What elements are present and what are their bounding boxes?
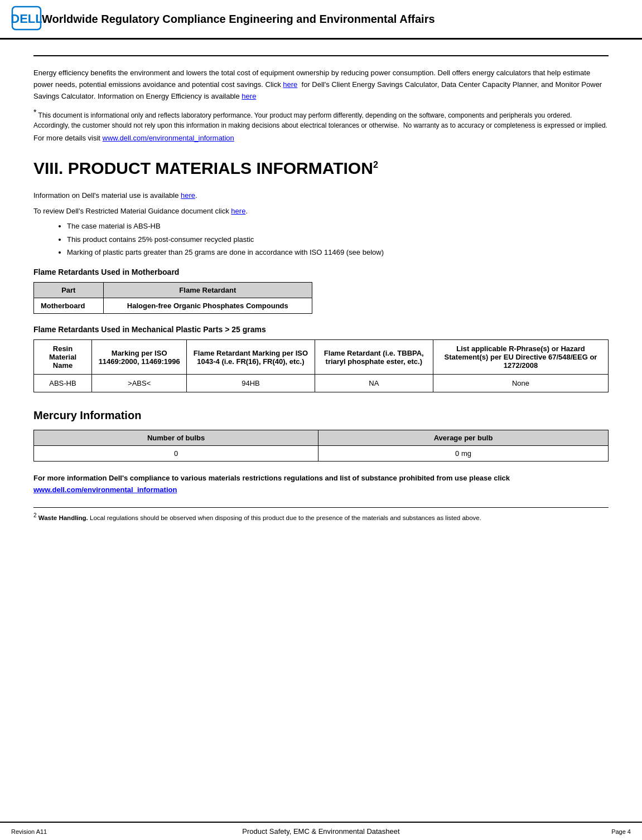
flame-retardant-value: NA — [315, 375, 433, 392]
page-number: Page 4 — [564, 828, 631, 835]
page-footer: Revision A11 Product Safety, EMC & Envir… — [0, 822, 642, 840]
info-line1: Information on Dell's material use is av… — [33, 189, 609, 202]
table1-col2-header: Flame Retardant — [103, 283, 312, 298]
mercury-table: Number of bulbs Average per bulb 0 0 mg — [33, 430, 609, 462]
motherboard-flame-retardant: Halogen-free Organic Phosphates Compound… — [103, 298, 312, 314]
table1-col1-header: Part — [34, 283, 104, 298]
header-title: Worldwide Regulatory Compliance Engineer… — [42, 13, 435, 26]
page-header: DELL Worldwide Regulatory Compliance Eng… — [0, 0, 642, 40]
resin-name: ABS-HB — [34, 375, 92, 392]
intro-paragraph: Energy efficiency benefits the environme… — [33, 67, 609, 102]
number-of-bulbs: 0 — [34, 446, 318, 462]
dell-logo: DELL — [11, 6, 42, 32]
table-row: ABS-HB >ABS< 94HB NA None — [34, 375, 609, 392]
environmental-link-1[interactable]: www.dell.com/environmental_information — [103, 134, 234, 142]
footnote-2-text: 2 Waste Handling. Local regulations shou… — [33, 511, 609, 523]
mercury-col2-header: Average per bulb — [318, 430, 609, 446]
marking-iso: >ABS< — [91, 375, 186, 392]
list-applicable: None — [433, 375, 609, 392]
mercury-heading: Mercury Information — [33, 409, 609, 422]
info-line2: To review Dell's Restricted Material Gui… — [33, 205, 609, 217]
revision-label: Revision A11 — [11, 828, 78, 835]
bullet-item-3: Marking of plastic parts greater than 25… — [67, 246, 609, 259]
footnote-2-section: 2 Waste Handling. Local regulations shou… — [33, 507, 609, 523]
bullet-item-1: The case material is ABS-HB — [67, 220, 609, 232]
svg-text:DELL: DELL — [11, 12, 42, 26]
visit-text: For more details visit www.dell.com/envi… — [33, 134, 609, 142]
waste-handling-label: Waste Handling. — [38, 514, 88, 521]
average-per-bulb: 0 mg — [318, 446, 609, 462]
bottom-bold-paragraph: For more information Dell's compliance t… — [33, 473, 609, 496]
mech-col5-header: List applicable R-Phrase(s) or Hazard St… — [433, 340, 609, 375]
here-link-3[interactable]: here — [181, 191, 195, 200]
asterisk-footnote: * This document is informational only an… — [33, 106, 609, 130]
footnote-2-content: Local regulations should be observed whe… — [90, 514, 481, 521]
environmental-link-2[interactable]: www.dell.com/environmental_information — [33, 485, 177, 494]
header-divider — [33, 55, 609, 56]
here-link-1[interactable]: here — [283, 80, 297, 89]
here-link-4[interactable]: here — [231, 207, 245, 215]
mech-col4-header: Flame Retardant (i.e. TBBPA, triaryl pho… — [315, 340, 433, 375]
motherboard-part: Motherboard — [34, 298, 104, 314]
table-row: Motherboard Halogen-free Organic Phospha… — [34, 298, 312, 314]
mercury-col1-header: Number of bulbs — [34, 430, 318, 446]
mech-col1-header: Resin Material Name — [34, 340, 92, 375]
mech-col2-header: Marking per ISO 11469:2000, 11469:1996 — [91, 340, 186, 375]
section8-heading: VIII. PRODUCT MATERIALS INFORMATION2 — [33, 159, 609, 178]
bullet-item-2: This product contains 25% post-consumer … — [67, 233, 609, 246]
here-link-2[interactable]: here — [242, 92, 256, 100]
mech-col3-header: Flame Retardant Marking per ISO 1043-4 (… — [187, 340, 315, 375]
flame-retardant-marking: 94HB — [187, 375, 315, 392]
table-row: 0 0 mg — [34, 446, 609, 462]
flame-retardants-motherboard-heading: Flame Retardants Used in Motherboard — [33, 268, 609, 276]
footer-center-text: Product Safety, EMC & Environmental Data… — [78, 827, 564, 836]
flame-retardants-mechanical-table: Resin Material Name Marking per ISO 1146… — [33, 339, 609, 392]
materials-bullet-list: The case material is ABS-HB This product… — [67, 220, 609, 259]
flame-retardants-mechanical-heading: Flame Retardants Used in Mechanical Plas… — [33, 325, 609, 334]
main-content: Energy efficiency benefits the environme… — [0, 45, 642, 556]
flame-retardants-motherboard-table: Part Flame Retardant Motherboard Halogen… — [33, 282, 312, 314]
